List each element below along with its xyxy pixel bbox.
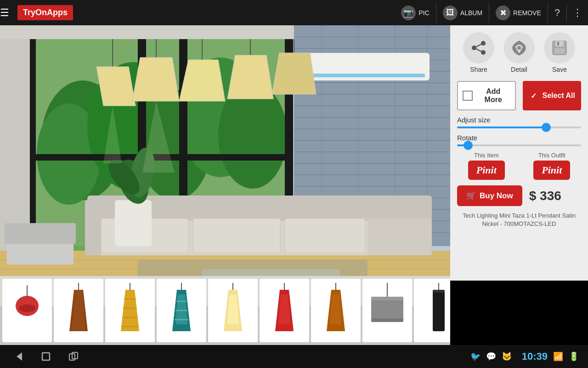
svg-point-79	[517, 46, 521, 50]
thumbnail-2[interactable]	[54, 279, 103, 342]
pinit-this-item-button[interactable]: Pinit	[468, 161, 505, 180]
top-toolbar: ☰ TryOnApps 📷 PIC 🖼 ALBUM ✖ REMOVE ? ⋮	[0, 0, 588, 25]
detail-button[interactable]: Detail	[503, 32, 535, 73]
help-button[interactable]: ?	[548, 4, 567, 22]
twitter-icon: 🐦	[470, 351, 481, 362]
svg-rect-81	[555, 41, 564, 46]
thumbnail-5[interactable]	[208, 279, 258, 342]
svg-rect-112	[371, 297, 403, 322]
pinit-this-item-section: This Item Pinit	[457, 152, 516, 180]
remove-button[interactable]: ✖ REMOVE	[489, 3, 548, 23]
notification-icon: 🐱	[502, 351, 512, 362]
thumbnail-1[interactable]	[2, 279, 52, 342]
share-icon	[463, 32, 494, 63]
rotate-section: Rotate	[457, 134, 581, 146]
menu-icon[interactable]: ☰	[0, 7, 9, 19]
panel-icons-row: Share Detail Save	[463, 32, 575, 73]
svg-rect-83	[557, 42, 559, 46]
buy-now-button[interactable]: 🛒 Buy Now	[457, 185, 522, 206]
svg-rect-58	[115, 200, 152, 246]
pinit-row: This Item Pinit This Outfit Pinit	[457, 152, 581, 180]
svg-rect-54	[193, 218, 280, 253]
album-button[interactable]: 🖼 ALBUM	[436, 3, 489, 23]
rotate-slider[interactable]	[457, 144, 581, 146]
thumbnail-9[interactable]	[414, 279, 450, 342]
add-more-button[interactable]: Add More	[457, 81, 516, 110]
svg-marker-63	[96, 67, 136, 106]
select-all-checkbox: ✓	[529, 91, 539, 101]
share-button[interactable]: Share	[463, 32, 494, 73]
svg-marker-71	[272, 53, 316, 94]
cart-icon: 🛒	[466, 191, 476, 201]
adjust-size-slider[interactable]	[457, 126, 581, 128]
svg-rect-117	[433, 290, 445, 293]
add-more-checkbox	[463, 91, 473, 101]
battery-icon: 🔋	[569, 351, 579, 362]
svg-marker-65	[132, 58, 179, 101]
svg-rect-82	[554, 48, 565, 54]
thumbnail-strip	[0, 276, 450, 345]
svg-marker-69	[227, 55, 273, 99]
album-icon: 🖼	[443, 6, 458, 20]
pinit-this-outfit-button[interactable]: Pinit	[533, 161, 570, 180]
svg-point-86	[19, 305, 35, 312]
back-button[interactable]	[9, 347, 28, 366]
svg-marker-118	[17, 352, 22, 361]
svg-rect-51	[85, 200, 101, 255]
action-buttons-row: Add More ✓ Select All	[457, 81, 581, 110]
svg-rect-55	[285, 218, 365, 253]
svg-rect-113	[371, 297, 403, 300]
app-logo: TryOnApps	[17, 5, 73, 20]
svg-rect-114	[371, 318, 403, 322]
home-button[interactable]	[37, 347, 55, 366]
product-name: Tech Lighting Mini Taza 1-Lt Pendant Sat…	[457, 212, 581, 228]
svg-point-74	[481, 41, 486, 46]
buy-row: 🛒 Buy Now $ 336	[457, 185, 581, 206]
thumbnail-8[interactable]	[362, 279, 412, 342]
right-panel: Share Detail Save	[450, 25, 588, 281]
save-button[interactable]: Save	[544, 32, 575, 73]
svg-marker-91	[121, 290, 139, 331]
time-display: 10:39	[522, 351, 548, 362]
scene-area	[0, 0, 450, 281]
price-display: $ 336	[529, 189, 561, 203]
thumbnail-7[interactable]	[311, 279, 361, 342]
svg-rect-52	[368, 218, 432, 255]
svg-rect-119	[42, 353, 50, 360]
thumbnail-4[interactable]	[157, 279, 206, 342]
remove-icon: ✖	[496, 6, 510, 20]
svg-rect-57	[5, 223, 76, 244]
pinit-this-outfit-section: This Outfit Pinit	[523, 152, 582, 180]
more-options-button[interactable]: ⋮	[567, 7, 588, 19]
recents-button[interactable]	[64, 347, 83, 366]
status-icons: 🐦 💬 🐱 10:39 📶 🔋	[470, 351, 579, 362]
select-all-button[interactable]: ✓ Select All	[523, 81, 582, 110]
camera-icon: 📷	[401, 6, 416, 20]
chat-icon: 💬	[486, 351, 496, 362]
svg-rect-40	[301, 74, 425, 77]
svg-rect-116	[433, 290, 445, 331]
thumbnail-6[interactable]	[260, 279, 309, 342]
adjust-size-thumb[interactable]	[542, 123, 551, 132]
svg-line-78	[474, 48, 483, 52]
rotate-thumb[interactable]	[464, 141, 473, 150]
save-icon	[544, 32, 575, 63]
wifi-icon: 📶	[553, 351, 563, 362]
pic-button[interactable]: 📷 PIC	[395, 3, 436, 23]
svg-line-77	[474, 43, 483, 48]
adjust-size-section: Adjust size	[457, 116, 581, 128]
detail-icon	[503, 32, 535, 63]
status-bar: 🐦 💬 🐱 10:39 📶 🔋	[0, 345, 588, 368]
thumbnail-3[interactable]	[105, 279, 155, 342]
